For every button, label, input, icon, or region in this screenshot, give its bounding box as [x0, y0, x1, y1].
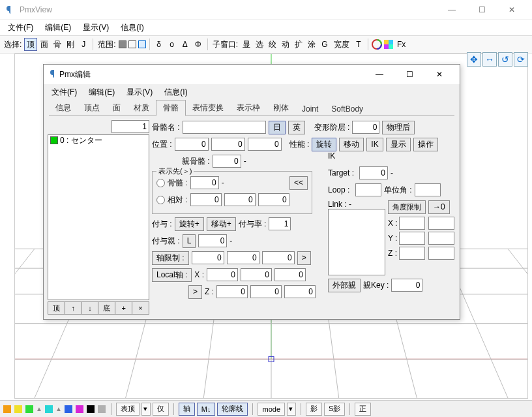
- status-shadow[interactable]: 影: [306, 403, 322, 416]
- list-up-button[interactable]: ↑: [65, 301, 82, 315]
- list-del-button[interactable]: ×: [132, 301, 149, 315]
- editor-titlebar[interactable]: Pmx编辑 — ☐ ✕: [44, 65, 460, 84]
- child-7[interactable]: 宽度: [332, 38, 351, 51]
- lz1[interactable]: [216, 285, 248, 298]
- editor-menu-info[interactable]: 信息(I): [159, 85, 192, 99]
- pos-y[interactable]: [211, 138, 245, 151]
- lx1[interactable]: [207, 268, 238, 281]
- swatch-7[interactable]: [98, 405, 106, 413]
- rotate-tool-icon[interactable]: ↺: [498, 52, 512, 67]
- child-8[interactable]: T: [353, 38, 364, 51]
- ik-x2[interactable]: [428, 217, 454, 230]
- parent-key-input[interactable]: [391, 279, 422, 292]
- swatch-6[interactable]: [87, 405, 95, 413]
- grant-mov-button[interactable]: 移动+: [207, 217, 236, 231]
- local-axis-button[interactable]: Local轴 :: [152, 268, 192, 282]
- axis-limit-arrow-button[interactable]: >: [297, 251, 311, 265]
- status-only[interactable]: 仅: [153, 403, 169, 416]
- status-outline[interactable]: 轮廓线: [217, 403, 248, 416]
- tab-softbody[interactable]: SoftBody: [325, 102, 370, 116]
- move-tool-icon[interactable]: ✥: [467, 52, 481, 67]
- tab-material[interactable]: 材质: [127, 100, 156, 116]
- child-1[interactable]: 选: [254, 38, 265, 51]
- bone-name-input[interactable]: [183, 121, 266, 134]
- swatch-3[interactable]: [45, 405, 53, 413]
- tab-face[interactable]: 面: [106, 100, 127, 116]
- pos-z[interactable]: [248, 138, 282, 151]
- sel-joint[interactable]: J: [78, 38, 89, 51]
- physics-after-button[interactable]: 物理后: [382, 121, 415, 134]
- list-top-button[interactable]: 顶: [48, 301, 65, 315]
- grant-l-button[interactable]: L: [183, 234, 196, 248]
- sel-vertex[interactable]: 顶: [24, 38, 37, 51]
- axis-limit-x[interactable]: [192, 251, 224, 264]
- tab-frame[interactable]: 表示枠: [230, 100, 267, 116]
- axis-limit-button[interactable]: 轴限制 :: [152, 251, 189, 265]
- editor-menu-view[interactable]: 显示(V): [121, 85, 158, 99]
- local-axis-arrow-button[interactable]: >: [188, 285, 202, 299]
- ik-link-list[interactable]: [328, 209, 385, 275]
- to-zero-button[interactable]: →0: [428, 200, 450, 214]
- lx3[interactable]: [274, 268, 306, 281]
- list-index-input[interactable]: [111, 120, 149, 133]
- ik-y1[interactable]: [399, 232, 425, 245]
- range-1[interactable]: [119, 40, 126, 48]
- menu-edit[interactable]: 编辑(E): [40, 21, 76, 35]
- editor-menu-edit[interactable]: 编辑(E): [83, 85, 120, 99]
- grant-rate-input[interactable]: [269, 217, 291, 230]
- swatch-5[interactable]: [76, 405, 83, 413]
- swatch-0[interactable]: [3, 405, 11, 413]
- bone-listbox[interactable]: 0 : センター: [48, 134, 149, 300]
- greek-Delta[interactable]: Δ: [179, 38, 191, 51]
- editor-menu-file[interactable]: 文件(F): [46, 85, 82, 99]
- lz2[interactable]: [250, 285, 282, 298]
- ik-x1[interactable]: [399, 217, 425, 230]
- range-2[interactable]: [128, 40, 136, 48]
- swatch-1[interactable]: [14, 405, 22, 413]
- axis-limit-y[interactable]: [227, 251, 259, 264]
- list-bottom-button[interactable]: 底: [98, 301, 115, 315]
- refresh-tool-icon[interactable]: ⟳: [514, 52, 528, 67]
- rel-z[interactable]: [258, 193, 289, 206]
- fx-button[interactable]: Fx: [395, 38, 407, 51]
- lang-jp-button[interactable]: 日: [269, 121, 286, 134]
- disp-bone-input[interactable]: [190, 176, 219, 189]
- list-item[interactable]: 0 : センター: [48, 135, 149, 146]
- status-mode[interactable]: mode: [258, 403, 285, 416]
- list-down-button[interactable]: ↓: [81, 301, 99, 315]
- tab-info[interactable]: 信息: [49, 100, 78, 116]
- minimize-button[interactable]: —: [437, 0, 467, 20]
- tab-morph[interactable]: 表情变换: [186, 100, 230, 116]
- child-3[interactable]: 动: [280, 38, 291, 51]
- sel-face[interactable]: 面: [38, 38, 50, 51]
- color-quad-icon[interactable]: [383, 39, 394, 50]
- grant-rot-button[interactable]: 旋转+: [175, 217, 204, 231]
- rel-y[interactable]: [224, 193, 256, 206]
- greek-Phi[interactable]: Φ: [192, 38, 204, 51]
- status-dd1[interactable]: ▾: [141, 403, 151, 416]
- child-5[interactable]: 涂: [306, 38, 318, 51]
- ik-loop-input[interactable]: [355, 183, 381, 196]
- range-3[interactable]: [138, 40, 146, 48]
- child-6[interactable]: G: [319, 38, 331, 51]
- menu-view[interactable]: 显示(V): [78, 21, 114, 35]
- sel-bone[interactable]: 骨: [52, 38, 63, 51]
- menu-file[interactable]: 文件(F): [3, 21, 38, 35]
- deform-input[interactable]: [352, 121, 379, 134]
- ext-parent-button[interactable]: 外部親: [328, 279, 361, 292]
- status-axis[interactable]: 轴: [179, 403, 195, 416]
- editor-minimize-button[interactable]: —: [364, 65, 394, 84]
- disp-bone-radio[interactable]: [156, 179, 165, 187]
- close-button[interactable]: ✕: [497, 0, 527, 20]
- tab-bone[interactable]: 骨骼: [156, 100, 186, 116]
- ik-z1[interactable]: [399, 247, 425, 260]
- tab-rigid[interactable]: 刚体: [267, 100, 295, 116]
- disp-back-button[interactable]: <<: [289, 176, 308, 190]
- parent-input[interactable]: [213, 155, 241, 168]
- editor-maximize-button[interactable]: ☐: [394, 65, 424, 84]
- list-add-button[interactable]: +: [115, 301, 132, 315]
- grant-parent-input[interactable]: [198, 234, 227, 247]
- status-surface[interactable]: 表顶: [116, 403, 140, 416]
- swatch-4[interactable]: [65, 405, 72, 413]
- status-sshadow[interactable]: S影: [324, 403, 345, 416]
